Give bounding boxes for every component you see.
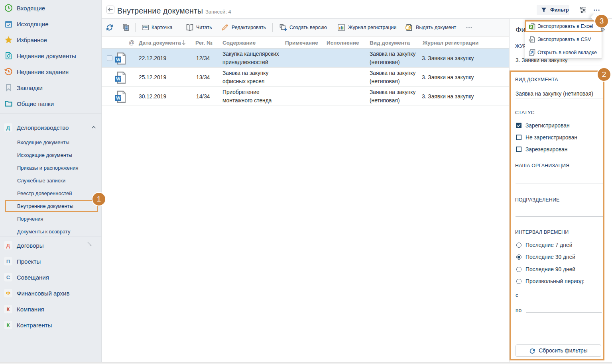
svg-text:W: W (116, 57, 120, 62)
svg-text:W: W (116, 76, 120, 81)
svg-text:W: W (116, 96, 120, 100)
svg-text:csv: csv (529, 39, 533, 41)
